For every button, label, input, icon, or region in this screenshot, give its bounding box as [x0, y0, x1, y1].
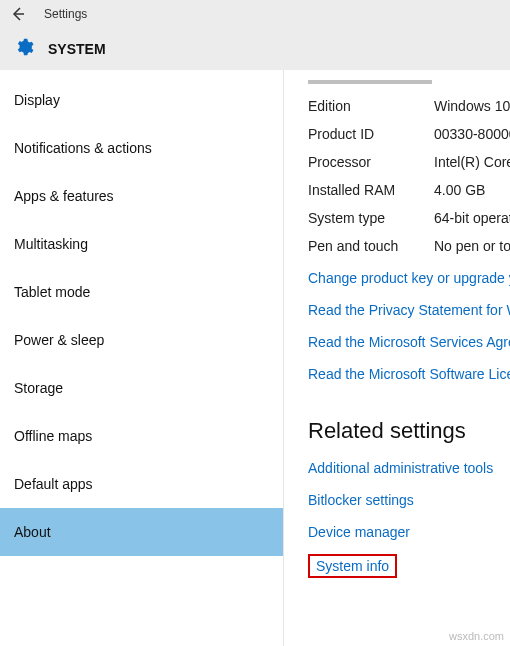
- about-value: 4.00 GB: [434, 182, 510, 198]
- about-grid: EditionWindows 10 ProProduct ID00330-800…: [308, 98, 510, 254]
- scrollbar-track: [308, 80, 432, 84]
- highlight-box: System info: [308, 554, 397, 578]
- about-label: Product ID: [308, 126, 434, 142]
- back-icon[interactable]: [10, 6, 26, 22]
- about-link[interactable]: Read the Microsoft Services Agree: [308, 334, 510, 350]
- sidebar-item-power-sleep[interactable]: Power & sleep: [0, 316, 283, 364]
- main-pane: EditionWindows 10 ProProduct ID00330-800…: [284, 70, 510, 646]
- sidebar-item-apps-features[interactable]: Apps & features: [0, 172, 283, 220]
- titlebar: Settings: [0, 0, 510, 28]
- header-label: SYSTEM: [48, 41, 106, 57]
- about-value: 64-bit operatin: [434, 210, 510, 226]
- sidebar-item-offline-maps[interactable]: Offline maps: [0, 412, 283, 460]
- content: DisplayNotifications & actionsApps & fea…: [0, 70, 510, 646]
- gear-icon: [14, 37, 34, 61]
- related-link[interactable]: Bitlocker settings: [308, 492, 510, 508]
- related-links: Additional administrative toolsBitlocker…: [308, 460, 510, 540]
- system-info-link[interactable]: System info: [316, 558, 389, 574]
- about-link[interactable]: Change product key or upgrade y: [308, 270, 510, 286]
- watermark: wsxdn.com: [449, 630, 504, 642]
- sidebar-item-default-apps[interactable]: Default apps: [0, 460, 283, 508]
- about-label: Edition: [308, 98, 434, 114]
- about-label: System type: [308, 210, 434, 226]
- header: SYSTEM: [0, 28, 510, 70]
- window-title: Settings: [44, 7, 87, 21]
- related-title: Related settings: [308, 418, 510, 444]
- about-links: Change product key or upgrade yRead the …: [308, 270, 510, 382]
- sidebar: DisplayNotifications & actionsApps & fea…: [0, 70, 284, 646]
- about-value: 00330-80000-0: [434, 126, 510, 142]
- about-link[interactable]: Read the Microsoft Software Licer: [308, 366, 510, 382]
- sidebar-item-notifications[interactable]: Notifications & actions: [0, 124, 283, 172]
- about-label: Installed RAM: [308, 182, 434, 198]
- sidebar-item-about[interactable]: About: [0, 508, 283, 556]
- about-value: Windows 10 Pro: [434, 98, 510, 114]
- related-link[interactable]: Device manager: [308, 524, 510, 540]
- sidebar-item-display[interactable]: Display: [0, 76, 283, 124]
- about-label: Processor: [308, 154, 434, 170]
- related-link[interactable]: Additional administrative tools: [308, 460, 510, 476]
- about-label: Pen and touch: [308, 238, 434, 254]
- about-value: Intel(R) Core(TM: [434, 154, 510, 170]
- sidebar-item-storage[interactable]: Storage: [0, 364, 283, 412]
- about-link[interactable]: Read the Privacy Statement for W: [308, 302, 510, 318]
- sidebar-item-multitasking[interactable]: Multitasking: [0, 220, 283, 268]
- about-value: No pen or touc: [434, 238, 510, 254]
- sidebar-item-tablet-mode[interactable]: Tablet mode: [0, 268, 283, 316]
